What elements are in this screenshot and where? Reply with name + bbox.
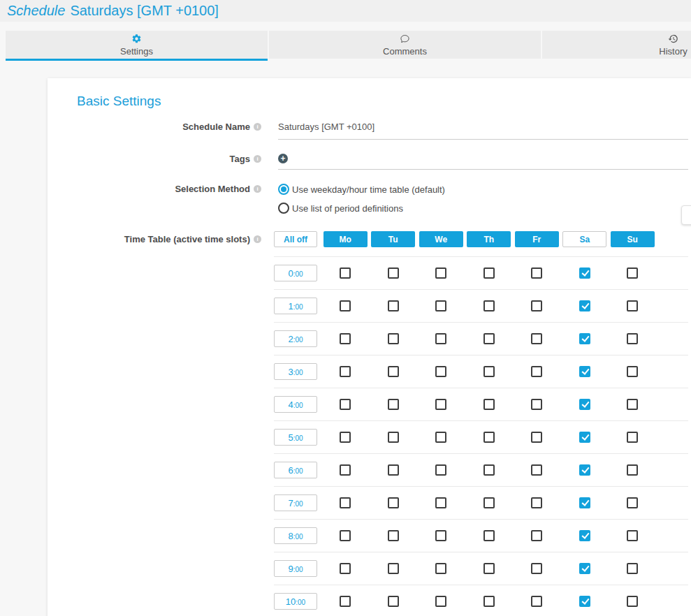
checkbox-mo-10-00[interactable] [340, 596, 351, 607]
day-header-button-sa[interactable]: Sa [562, 231, 606, 247]
checkbox-fr-0-00[interactable] [531, 267, 542, 279]
checkbox-sa-4-00[interactable] [579, 399, 590, 410]
checkbox-sa-2-00[interactable] [579, 333, 590, 344]
checkbox-we-8-00[interactable] [435, 530, 446, 541]
checkbox-we-3-00[interactable] [435, 366, 446, 377]
checkbox-tu-8-00[interactable] [388, 530, 399, 541]
checkbox-su-1-00[interactable] [627, 300, 638, 311]
checkbox-we-2-00[interactable] [435, 333, 446, 344]
all-off-button[interactable]: All off [274, 231, 317, 247]
checkbox-tu-5-00[interactable] [388, 432, 399, 443]
checkbox-mo-4-00[interactable] [340, 399, 351, 410]
checkbox-sa-9-00[interactable] [579, 563, 590, 574]
hour-button-5-00[interactable]: 5:00 [274, 429, 317, 446]
checkbox-th-10-00[interactable] [483, 596, 495, 607]
checkbox-we-4-00[interactable] [435, 399, 446, 410]
tab-settings[interactable]: Settings [6, 31, 268, 59]
checkbox-th-5-00[interactable] [483, 432, 495, 443]
checkbox-fr-8-00[interactable] [531, 530, 542, 541]
day-header-button-fr[interactable]: Fr [515, 231, 559, 247]
info-icon[interactable]: i [254, 155, 261, 163]
checkbox-fr-9-00[interactable] [531, 563, 542, 574]
checkbox-su-3-00[interactable] [627, 366, 638, 377]
checkbox-fr-5-00[interactable] [531, 432, 542, 443]
checkbox-su-10-00[interactable] [627, 596, 638, 607]
checkbox-fr-4-00[interactable] [531, 399, 542, 410]
checkbox-sa-8-00[interactable] [579, 530, 590, 541]
checkbox-fr-3-00[interactable] [531, 366, 542, 377]
checkbox-su-8-00[interactable] [627, 530, 638, 541]
checkbox-tu-9-00[interactable] [388, 563, 399, 574]
checkbox-we-0-00[interactable] [435, 267, 446, 279]
hour-button-1-00[interactable]: 1:00 [274, 298, 317, 314]
hour-button-8-00[interactable]: 8:00 [274, 527, 317, 544]
checkbox-we-7-00[interactable] [435, 497, 446, 508]
checkbox-th-7-00[interactable] [483, 497, 495, 508]
checkbox-su-6-00[interactable] [627, 464, 638, 476]
checkbox-th-3-00[interactable] [483, 366, 495, 377]
day-header-button-mo[interactable]: Mo [323, 231, 368, 247]
checkbox-mo-8-00[interactable] [340, 530, 351, 541]
checkbox-mo-1-00[interactable] [340, 300, 351, 311]
checkbox-we-10-00[interactable] [435, 596, 446, 607]
radio-option-period-list[interactable]: Use list of period definitions [278, 203, 688, 214]
checkbox-fr-1-00[interactable] [531, 300, 542, 311]
checkbox-mo-3-00[interactable] [340, 366, 351, 377]
checkbox-su-2-00[interactable] [627, 333, 638, 344]
hour-button-0-00[interactable]: 0:00 [274, 265, 317, 281]
checkbox-we-9-00[interactable] [435, 563, 446, 574]
checkbox-sa-3-00[interactable] [579, 366, 590, 377]
checkbox-mo-9-00[interactable] [340, 563, 351, 574]
hour-button-9-00[interactable]: 9:00 [274, 560, 317, 577]
checkbox-fr-7-00[interactable] [531, 497, 542, 508]
checkbox-su-7-00[interactable] [627, 497, 638, 508]
hour-button-10-00[interactable]: 10:00 [274, 593, 317, 610]
checkbox-th-0-00[interactable] [483, 267, 495, 279]
checkbox-sa-5-00[interactable] [579, 432, 590, 443]
checkbox-fr-10-00[interactable] [531, 596, 542, 607]
checkbox-su-0-00[interactable] [627, 267, 638, 279]
checkbox-th-8-00[interactable] [483, 530, 495, 541]
day-header-button-tu[interactable]: Tu [371, 231, 415, 247]
hour-button-4-00[interactable]: 4:00 [274, 396, 317, 413]
tab-comments[interactable]: Comments [269, 31, 541, 59]
checkbox-mo-7-00[interactable] [340, 497, 351, 508]
checkbox-we-5-00[interactable] [435, 432, 446, 443]
hour-button-6-00[interactable]: 6:00 [274, 462, 317, 478]
tab-history[interactable]: History [542, 31, 691, 59]
day-header-button-we[interactable]: We [419, 231, 463, 247]
checkbox-fr-2-00[interactable] [531, 333, 542, 344]
checkbox-tu-3-00[interactable] [388, 366, 399, 377]
checkbox-mo-6-00[interactable] [340, 464, 351, 476]
info-icon[interactable]: i [254, 235, 261, 243]
checkbox-th-9-00[interactable] [483, 563, 495, 574]
checkbox-sa-7-00[interactable] [579, 497, 590, 508]
checkbox-tu-0-00[interactable] [388, 267, 399, 279]
checkbox-we-6-00[interactable] [435, 464, 446, 476]
info-icon[interactable]: i [254, 123, 261, 131]
checkbox-tu-10-00[interactable] [388, 596, 399, 607]
checkbox-th-4-00[interactable] [483, 399, 495, 410]
checkbox-th-6-00[interactable] [483, 464, 495, 476]
checkbox-tu-2-00[interactable] [388, 333, 399, 344]
day-header-button-th[interactable]: Th [467, 231, 511, 247]
schedule-name-input[interactable] [278, 121, 688, 139]
checkbox-su-9-00[interactable] [627, 563, 638, 574]
checkbox-su-5-00[interactable] [627, 432, 638, 443]
hour-button-7-00[interactable]: 7:00 [274, 494, 317, 511]
hour-button-3-00[interactable]: 3:00 [274, 363, 317, 380]
checkbox-sa-10-00[interactable] [579, 596, 590, 607]
checkbox-th-1-00[interactable] [483, 300, 495, 311]
checkbox-mo-0-00[interactable] [340, 267, 351, 279]
checkbox-tu-6-00[interactable] [388, 464, 399, 476]
checkbox-sa-0-00[interactable] [579, 267, 590, 279]
add-tag-button[interactable]: + [278, 154, 288, 163]
checkbox-sa-6-00[interactable] [579, 464, 590, 476]
day-header-button-su[interactable]: Su [611, 231, 655, 247]
checkbox-tu-7-00[interactable] [388, 497, 399, 508]
info-icon[interactable]: i [254, 185, 261, 193]
checkbox-mo-5-00[interactable] [340, 432, 351, 443]
checkbox-tu-4-00[interactable] [388, 399, 399, 410]
checkbox-we-1-00[interactable] [435, 300, 446, 311]
checkbox-sa-1-00[interactable] [579, 300, 590, 311]
